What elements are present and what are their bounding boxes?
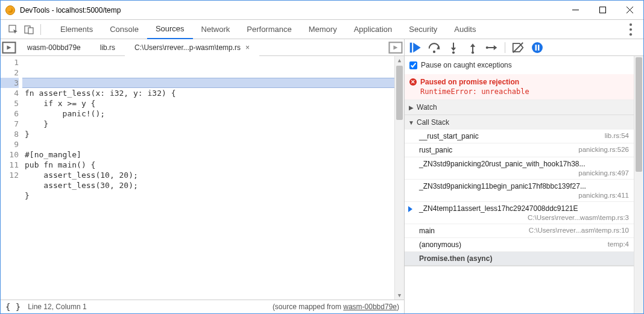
pause-on-caught-row: Pause on caught exceptions [405,56,634,74]
run-snippet-icon[interactable] [387,39,404,56]
call-stack-frame[interactable]: (anonymous)temp:4 [405,238,634,252]
frame-location: C:\Users\rrever...asm\temp.rs:10 [529,227,629,234]
deactivate-breakpoints-icon[interactable] [511,41,525,54]
frame-location: lib.rs:54 [605,132,629,139]
svg-rect-3 [28,28,33,34]
watch-header[interactable]: ▶ Watch [405,100,634,115]
pause-on-caught-checkbox[interactable] [409,61,417,69]
panel-tab-audits[interactable]: Audits [446,20,484,39]
main-toolbar: ElementsConsoleSourcesNetworkPerformance… [1,20,643,39]
pretty-print-icon[interactable]: { } [5,302,21,312]
chevron-down-icon: ▼ [408,119,414,126]
frame-location: panicking.rs:411 [578,192,629,199]
async-separator: Promise.then (async) [405,252,634,266]
call-stack-frame[interactable]: mainC:\Users\rrever...asm\temp.rs:10 [405,224,634,238]
file-tab[interactable]: wasm-00bbd79e [17,39,90,56]
svg-rect-27 [538,45,539,51]
code-line[interactable]: pub fn main() { [25,160,394,170]
call-stack-frame[interactable]: rust_panicpanicking.rs:526 [405,143,634,157]
code-line[interactable] [25,139,394,149]
frame-location: panicking.rs:497 [578,169,629,177]
code-line[interactable]: } [25,119,394,129]
window-controls [562,1,643,19]
svg-rect-11 [410,42,412,52]
frame-function: rust_panic [419,146,573,154]
code-line[interactable]: panic!(); [25,108,394,119]
call-stack-label: Call Stack [417,118,449,127]
error-icon: ✕ [409,78,417,86]
frame-location: panicking.rs:526 [578,146,629,153]
debugger-scrollbar[interactable] [634,56,643,313]
watch-label: Watch [417,103,437,111]
frame-location: temp:4 [608,240,629,248]
panel-tab-security[interactable]: Security [400,20,446,39]
panel-tab-console[interactable]: Console [101,20,147,39]
svg-line-24 [513,42,523,52]
divider [40,24,41,35]
svg-point-5 [630,28,632,30]
app-icon [5,5,15,15]
debugger-pane: Pause on caught exceptions ✕ Paused on p… [405,39,643,313]
file-tab-label: lib.rs [100,43,115,52]
panel-tab-sources[interactable]: Sources [147,20,193,39]
code-editor[interactable]: 123456789101112 fn assert_less(x: i32, y… [1,56,404,300]
step-over-icon[interactable] [428,41,441,54]
execution-highlight [22,78,394,88]
resume-icon[interactable] [408,41,421,54]
panel-tab-memory[interactable]: Memory [300,20,346,39]
panel-tab-network[interactable]: Network [193,20,239,39]
file-tab[interactable]: lib.rs [90,39,125,56]
frame-function: _ZN3std9panicking11begin_panic17hf8bbc13… [419,182,586,190]
editor-scrollbar[interactable]: ▲ ▼ [394,56,404,300]
code-line[interactable]: if x >= y { [25,98,394,108]
step-out-icon[interactable] [466,41,479,54]
code-line[interactable]: } [25,129,394,139]
call-stack-frame[interactable]: _ZN3std9panicking20rust_panic_with_hook1… [405,157,634,180]
svg-point-17 [452,51,455,54]
panel-tabs: ElementsConsoleSourcesNetworkPerformance… [52,20,484,39]
status-bar: { } Line 12, Column 1 (source mapped fro… [1,300,404,313]
panel-tab-application[interactable]: Application [346,20,401,39]
svg-marker-22 [494,45,497,49]
svg-marker-10 [394,45,398,49]
step-into-icon[interactable] [447,41,460,54]
svg-marker-8 [7,45,11,49]
call-stack-frame[interactable]: _ZN4temp11assert_less17hc29247008ddc9121… [405,202,634,224]
file-tab-label: C:\Users\rrever...p-wasm\temp.rs [134,43,241,52]
close-icon[interactable]: × [245,43,250,52]
inspect-icon[interactable] [5,22,21,37]
more-icon[interactable] [623,22,639,37]
maximize-button[interactable] [589,1,616,19]
svg-marker-19 [470,43,475,47]
panel-tab-elements[interactable]: Elements [52,20,101,39]
cursor-position: Line 12, Column 1 [28,303,86,311]
nav-toggle-icon[interactable] [1,39,17,56]
call-stack-frame[interactable]: __rust_start_paniclib.rs:54 [405,130,634,143]
svg-point-4 [630,23,632,25]
svg-point-23 [486,46,488,48]
source-map-link[interactable]: wasm-00bbd79e [343,303,397,311]
code-line[interactable]: #[no_mangle] [25,149,394,160]
svg-point-14 [433,50,435,52]
code-line[interactable]: } [25,190,394,201]
file-tab-label: wasm-00bbd79e [27,43,81,52]
step-icon[interactable] [485,41,499,54]
code-line[interactable]: assert_less(10, 20); [25,170,394,180]
call-stack-header[interactable]: ▼ Call Stack [405,115,634,130]
call-stack-frame[interactable]: _ZN3std9panicking11begin_panic17hf8bbc13… [405,180,634,202]
paused-banner: ✕ Paused on promise rejection RuntimeErr… [405,74,634,100]
minimize-button[interactable] [562,1,589,19]
svg-point-20 [472,51,474,54]
code-line[interactable]: assert_less(30, 20); [25,180,394,190]
code-line[interactable]: fn assert_less(x: i32, y: i32) { [25,88,394,98]
frame-function: main [419,227,524,235]
sources-pane: wasm-00bbd79elib.rsC:\Users\rrever...p-w… [1,39,405,313]
device-toggle-icon[interactable] [21,22,37,37]
panel-tab-performance[interactable]: Performance [238,20,300,39]
paused-reason: Paused on promise rejection [420,78,629,86]
close-button[interactable] [616,1,643,19]
window-title: DevTools - localhost:5000/temp [20,6,562,14]
file-tab[interactable]: C:\Users\rrever...p-wasm\temp.rs× [125,39,259,56]
code-line[interactable] [25,201,394,211]
pause-exceptions-icon[interactable] [531,41,544,54]
